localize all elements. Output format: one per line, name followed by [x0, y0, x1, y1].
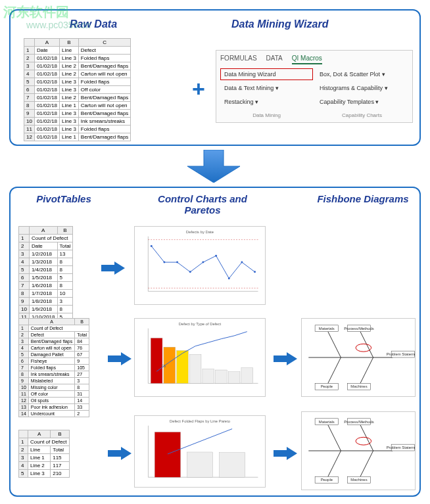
svg-rect-42 — [155, 432, 180, 478]
tab-formulas[interactable]: FORMULAS — [220, 55, 257, 64]
table-row: 5Damaged Pallet67 — [19, 352, 89, 358]
svg-line-25 — [328, 332, 341, 357]
svg-point-10 — [228, 277, 230, 279]
table-row: 8Ink smears/streaks27 — [19, 371, 89, 378]
svg-line-46 — [328, 425, 341, 451]
svg-line-48 — [328, 451, 341, 476]
table-row: 5Line 3210 — [19, 470, 70, 478]
arrow-icon — [272, 351, 299, 367]
table-row: 3Bent/Damaged flaps84 — [19, 338, 89, 345]
flow-arrow-down — [184, 150, 243, 183]
table-row: 11Off color31 — [19, 391, 89, 398]
table-row: 4Line 2117 — [19, 462, 70, 470]
fishbone-diagram-2: MaterialsProcess/MethodsPeopleMachinesPr… — [301, 411, 416, 490]
fishbone-title: Fishbone Diagrams — [317, 193, 409, 204]
table-row: 3Line 1115 — [19, 454, 70, 462]
pivot-defect-table: AB 1Count of Defect 2DefectTotal 3Bent/D… — [18, 318, 89, 417]
chart-title: Defect Folded Flaps by Line Pareto — [170, 419, 231, 423]
control-chart: Defects by Date — [134, 226, 266, 305]
table-row: 801/02/18Line 1Carton will not open — [24, 102, 131, 110]
wizard-title: Data Mining Wizard — [231, 18, 328, 30]
arrow-icon — [100, 260, 126, 276]
table-row: 9Mislabeled3 — [19, 378, 89, 384]
svg-rect-19 — [203, 369, 214, 384]
table-row: 71/6/20188 — [19, 282, 73, 290]
table-header-row: 1DateLineDefect — [24, 47, 131, 55]
table-row: 901/02/18Line 3Bent/Damaged flaps — [24, 110, 131, 118]
table-row: 51/4/20188 — [19, 266, 73, 274]
table-row: 10Missing color8 — [19, 384, 89, 391]
svg-point-12 — [254, 271, 256, 273]
table-row: 14Undercount2 — [19, 411, 89, 417]
pareto-chart-1: Defect by Type of Defect TS — [134, 318, 266, 397]
ribbon-group-mining: Data Mining Wizard Data & Text Mining ▾ … — [220, 68, 313, 118]
svg-rect-21 — [228, 372, 240, 384]
group-label-capability: Capability Charts — [316, 112, 408, 118]
svg-point-9 — [215, 255, 217, 257]
table-row: 501/02/18Line 3Folded flaps — [24, 78, 131, 86]
svg-line-27 — [328, 357, 341, 383]
tab-qimacros[interactable]: QI Macros — [292, 55, 322, 64]
chart-title: Defect by Type of Defect — [179, 322, 222, 326]
table-row: 31/2/201813 — [19, 250, 73, 258]
excel-ribbon: FORMULAS DATA QI Macros Data Mining Wiza… — [216, 50, 413, 123]
table-row: 1201/02/18Line 1Bent/Damaged flaps — [24, 133, 131, 141]
table-row: 7Folded flaps105 — [19, 365, 89, 371]
svg-rect-43 — [187, 452, 212, 477]
svg-text:Problem Statement: Problem Statement — [387, 352, 416, 356]
svg-point-7 — [189, 271, 191, 273]
svg-rect-18 — [189, 354, 201, 383]
pivot-date-table: AB 1Count of Defect 2DateTotal 31/2/2018… — [18, 226, 73, 321]
table-row: 601/02/18Line 3Off color — [24, 86, 131, 94]
restacking-button[interactable]: Restacking ▾ — [220, 96, 313, 108]
table-row: 1101/02/18Line 3Folded flaps — [24, 126, 131, 133]
raw-data-table: ABC 1DateLineDefect 201/02/18Line 3Folde… — [24, 38, 131, 141]
group-label-mining: Data Mining — [220, 112, 313, 118]
table-row: 6Fisheye9 — [19, 358, 89, 365]
pivot-line-table: AB 1Count of Defect 2LineTotal 3Line 111… — [18, 430, 70, 478]
fishbone-diagram-1: MaterialsProcess/MethodsPeopleMachinesPr… — [301, 318, 416, 397]
ribbon-group-capability: Box, Dot & Scatter Plot ▾ Histograms & C… — [316, 68, 408, 118]
svg-point-6 — [176, 262, 178, 263]
svg-point-5 — [163, 262, 165, 263]
svg-text:Process/Methods: Process/Methods — [344, 420, 374, 424]
table-row: 201/02/18Line 3Folded flaps — [24, 55, 131, 62]
box-dot-button[interactable]: Box, Dot & Scatter Plot ▾ — [316, 68, 408, 80]
watermark-logo: 河东软件园 — [3, 3, 69, 21]
svg-rect-20 — [216, 370, 227, 383]
pareto-chart-2: Defect Folded Flaps by Line Pareto — [134, 415, 266, 488]
svg-text:People: People — [321, 384, 333, 388]
svg-rect-17 — [177, 351, 189, 384]
capability-templates-button[interactable]: Capability Templates ▾ — [316, 96, 408, 108]
arrow-icon — [107, 351, 133, 367]
data-mining-wizard-button[interactable]: Data Mining Wizard — [220, 68, 313, 80]
table-row: 81/7/201810 — [19, 290, 73, 298]
svg-text:TS: TS — [161, 364, 166, 368]
table-row: 41/3/20188 — [19, 258, 73, 266]
svg-text:People: People — [321, 478, 333, 482]
svg-text:Machines: Machines — [350, 478, 367, 482]
svg-text:Process/Methods: Process/Methods — [344, 327, 374, 331]
svg-text:Machines: Machines — [350, 384, 367, 388]
watermark-url: www.pc0359.cn — [26, 20, 91, 30]
table-row: 701/02/18Line 2Bent/Damaged flaps — [24, 94, 131, 102]
pivottables-title: PivotTables — [21, 193, 107, 204]
table-row: 13Poor ink adhesion33 — [19, 404, 89, 411]
svg-line-28 — [360, 357, 373, 383]
svg-rect-44 — [219, 453, 245, 478]
svg-point-50 — [356, 437, 371, 445]
histograms-button[interactable]: Histograms & Capability ▾ — [316, 82, 408, 94]
arrow-icon — [272, 446, 299, 461]
table-row: 1001/02/18Line 3Ink smears/streaks — [24, 118, 131, 126]
svg-text:Materials: Materials — [319, 420, 335, 424]
ribbon-tabs: FORMULAS DATA QI Macros — [220, 55, 408, 64]
data-text-mining-button[interactable]: Data & Text Mining ▾ — [220, 82, 313, 94]
control-charts-title: Control Charts and Paretos — [150, 193, 255, 216]
svg-line-49 — [360, 451, 373, 476]
tab-data[interactable]: DATA — [266, 55, 283, 64]
svg-point-11 — [241, 262, 243, 263]
svg-point-29 — [356, 344, 371, 352]
bottom-panel: PivotTables Control Charts and Paretos F… — [9, 187, 421, 497]
table-row: 301/02/18Line 2Bent/Damaged flaps — [24, 62, 131, 70]
svg-point-4 — [151, 245, 153, 247]
